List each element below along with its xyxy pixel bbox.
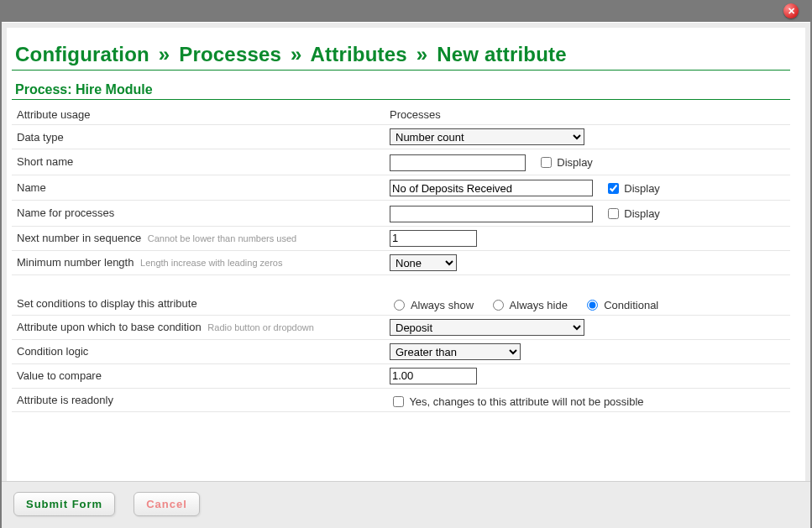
name-display-label: Display [624,182,660,195]
hint-next-number: Cannot be lower than numbers used [148,233,296,243]
radio-conditional[interactable] [587,300,598,311]
label-condition-logic: Condition logic [12,339,385,363]
short-name-display-label: Display [557,156,593,169]
min-length-select[interactable]: None [390,254,457,271]
next-number-field[interactable] [390,230,477,247]
breadcrumb-part: New attribute [437,43,567,65]
label-name: Name [12,175,385,201]
name-for-processes-display-checkbox[interactable] [608,208,619,219]
breadcrumb-sep: » [159,43,170,65]
radio-always-show[interactable] [394,300,405,311]
radio-conditional-option[interactable]: Conditional [583,299,659,311]
label-base-attr: Attribute upon which to base condition R… [12,315,385,339]
modal-dialog: Configuration » Processes » Attributes »… [2,22,810,528]
close-icon[interactable]: ✕ [783,3,799,18]
hint-base-attr: Radio button or dropdown [207,322,314,332]
process-heading-prefix: Process: [15,82,72,97]
cancel-button[interactable]: Cancel [134,492,200,516]
base-attribute-select[interactable]: Deposit [390,319,584,336]
readonly-cb-label: Yes, changes to this attribute will not … [409,395,643,408]
attribute-form: Attribute usage Processes Data type Numb… [12,105,790,412]
label-next-number: Next number in sequence Cannot be lower … [12,226,385,250]
short-name-display-checkbox[interactable] [541,157,552,168]
label-min-length: Minimum number length Length increase wi… [12,250,385,274]
value-to-compare-field[interactable] [390,368,477,384]
radio-always-show-label: Always show [411,299,474,311]
label-short-name: Short name [12,149,385,175]
process-heading: Process: Hire Module [15,82,790,97]
breadcrumb-part[interactable]: Attributes [311,43,407,65]
divider [12,70,790,71]
short-name-display-option[interactable]: Display [537,156,593,169]
modal-body: Configuration » Processes » Attributes »… [7,28,805,481]
label-data-type: Data type [12,125,385,149]
process-heading-name: Hire Module [76,82,153,97]
hint-min-length: Length increase with leading zeros [140,258,282,268]
radio-always-hide-label: Always hide [510,299,568,311]
name-display-option[interactable]: Display [605,182,660,195]
readonly-option[interactable]: Yes, changes to this attribute will not … [390,395,644,408]
label-attribute-readonly: Attribute is readonly [12,388,385,411]
data-type-select[interactable]: Number count [390,128,584,145]
breadcrumb-sep: » [291,43,302,65]
readonly-checkbox[interactable] [393,396,404,407]
name-for-processes-display-label: Display [624,207,660,220]
radio-conditional-label: Conditional [604,299,658,311]
short-name-field[interactable] [390,154,526,171]
submit-button[interactable]: Submit Form [13,492,115,516]
radio-always-hide[interactable] [493,300,504,311]
condition-logic-select[interactable]: Greater than [390,343,521,360]
breadcrumb: Configuration » Processes » Attributes »… [15,43,790,66]
name-for-processes-field[interactable] [390,206,593,222]
label-conditions: Set conditions to display this attribute [12,292,385,316]
divider [12,99,790,100]
breadcrumb-part[interactable]: Configuration [15,43,149,65]
label-attribute-usage: Attribute usage [12,105,385,125]
label-value-to-compare: Value to compare [12,363,385,388]
breadcrumb-part[interactable]: Processes [179,43,281,65]
radio-always-show-option[interactable]: Always show [390,299,477,311]
breadcrumb-sep: » [416,43,428,65]
label-name-for-processes: Name for processes [12,201,385,227]
value-attribute-usage: Processes [385,105,790,125]
modal-footer: Submit Form Cancel [2,481,810,528]
name-for-processes-display-option[interactable]: Display [605,207,660,220]
name-field[interactable] [390,180,593,196]
name-display-checkbox[interactable] [608,183,619,194]
radio-always-hide-option[interactable]: Always hide [489,299,571,311]
